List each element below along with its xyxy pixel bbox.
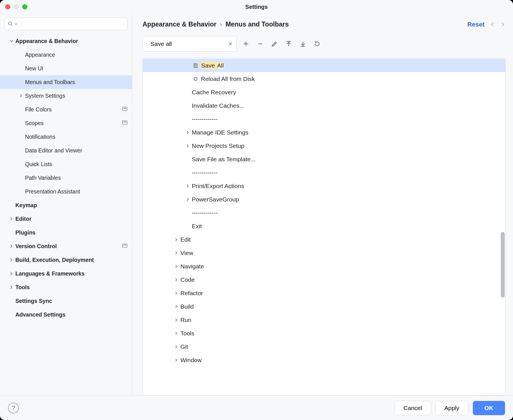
sidebar-item-advanced-settings[interactable]: Advanced Settings xyxy=(0,308,132,321)
chevron-right-icon xyxy=(17,93,25,98)
remove-action-button[interactable] xyxy=(255,39,265,49)
sidebar-item-system-settings[interactable]: System Settings xyxy=(0,89,132,103)
ok-button[interactable]: OK xyxy=(473,401,505,415)
sidebar-item-languages-frameworks[interactable]: Languages & Frameworks xyxy=(0,267,132,280)
tree-item-git[interactable]: Git xyxy=(143,340,505,353)
tree-item-tools[interactable]: Tools xyxy=(143,327,505,340)
tree-item-save-file-as-template[interactable]: Save File as Template... xyxy=(143,152,505,166)
move-up-button[interactable] xyxy=(284,39,294,49)
action-search-input[interactable] xyxy=(150,40,226,48)
sidebar-item-label: Advanced Settings xyxy=(15,311,128,318)
tree-item-manage-ide-settings[interactable]: Manage IDE Settings xyxy=(143,126,505,139)
project-scope-badge-icon xyxy=(122,106,128,113)
chevron-right-icon xyxy=(172,304,180,309)
svg-line-1 xyxy=(11,25,13,26)
sidebar-item-data-editor-and-viewer[interactable]: Data Editor and Viewer xyxy=(0,144,132,157)
sidebar-item-new-ui[interactable]: New UI xyxy=(0,62,132,75)
sidebar-item-quick-lists[interactable]: Quick Lists xyxy=(0,157,132,171)
back-arrow-icon[interactable] xyxy=(490,21,496,28)
sidebar-item-tools[interactable]: Tools xyxy=(0,280,132,294)
tree-item-label: Git xyxy=(180,343,188,350)
sidebar-item-label: Tools xyxy=(15,284,128,291)
action-search-box[interactable]: ✕ xyxy=(142,36,237,52)
sidebar-item-label: Scopes xyxy=(25,120,122,127)
minimize-window-button[interactable] xyxy=(14,4,19,9)
sidebar-item-file-colors[interactable]: File Colors xyxy=(0,103,132,116)
tree-separator[interactable]: ------------- xyxy=(143,206,505,219)
actions-tree[interactable]: Save AllReload All from DiskCache Recove… xyxy=(143,58,505,395)
sidebar-item-label: File Colors xyxy=(25,106,122,113)
tree-item-window[interactable]: Window xyxy=(143,353,505,367)
tree-item-label: PowerSaveGroup xyxy=(192,196,239,203)
chevron-right-icon xyxy=(172,344,180,349)
sidebar-nav-tree[interactable]: Appearance & BehaviorAppearanceNew UIMen… xyxy=(0,33,132,395)
tree-item-save-all[interactable]: Save All xyxy=(143,59,505,72)
tree-item-invalidate-caches[interactable]: Invalidate Caches... xyxy=(143,99,505,112)
sidebar-item-build-execution-deployment[interactable]: Build, Execution, Deployment xyxy=(0,253,132,267)
tree-item-label: Invalidate Caches... xyxy=(192,102,244,109)
sidebar-search-container xyxy=(0,14,132,33)
add-action-button[interactable] xyxy=(241,39,251,49)
sidebar-item-notifications[interactable]: Notifications xyxy=(0,130,132,144)
reset-link[interactable]: Reset xyxy=(467,21,484,28)
chevron-right-icon xyxy=(7,216,15,221)
tree-item-label: View xyxy=(180,250,193,256)
clear-search-icon[interactable]: ✕ xyxy=(228,40,233,47)
sidebar-search-box[interactable] xyxy=(5,18,127,30)
move-down-button[interactable] xyxy=(298,39,308,49)
sidebar-item-label: Quick Lists xyxy=(25,161,128,168)
tree-item-code[interactable]: Code xyxy=(143,273,505,286)
window-controls xyxy=(0,4,27,9)
svg-rect-4 xyxy=(123,121,127,124)
tree-separator[interactable]: ------------- xyxy=(143,166,505,179)
help-button[interactable]: ? xyxy=(8,403,19,413)
tree-item-exit[interactable]: Exit xyxy=(143,219,505,233)
tree-item-cache-recovery[interactable]: Cache Recovery xyxy=(143,85,505,99)
forward-arrow-icon[interactable] xyxy=(499,21,506,28)
chevron-right-icon xyxy=(184,130,192,135)
sidebar-item-scopes[interactable]: Scopes xyxy=(0,116,132,130)
edit-action-button[interactable] xyxy=(270,39,279,49)
chevron-right-icon xyxy=(7,244,15,249)
tree-item-build[interactable]: Build xyxy=(143,300,505,313)
dropdown-caret-icon xyxy=(15,23,17,25)
tree-item-label: Cache Recovery xyxy=(192,89,236,96)
apply-button[interactable]: Apply xyxy=(435,401,468,415)
scrollbar-thumb[interactable] xyxy=(501,232,505,297)
tree-item-refactor[interactable]: Refactor xyxy=(143,286,505,300)
tree-item-powersavegroup[interactable]: PowerSaveGroup xyxy=(143,193,505,206)
tree-item-print-export-actions[interactable]: Print/Export Actions xyxy=(143,179,505,193)
sidebar-item-version-control[interactable]: Version Control xyxy=(0,239,132,253)
sidebar-search-input[interactable] xyxy=(19,21,124,27)
sidebar-item-keymap[interactable]: Keymap xyxy=(0,198,132,212)
window-title: Settings xyxy=(0,4,513,10)
svg-rect-2 xyxy=(123,107,127,111)
sidebar-item-appearance[interactable]: Appearance xyxy=(0,48,132,62)
cancel-button[interactable]: Cancel xyxy=(395,401,431,415)
tree-item-view[interactable]: View xyxy=(143,246,505,260)
svg-rect-13 xyxy=(195,64,197,65)
tree-item-reload-all-from-disk[interactable]: Reload All from Disk xyxy=(143,72,505,85)
sidebar-item-menus-and-toolbars[interactable]: Menus and Toolbars xyxy=(0,75,132,89)
sidebar-item-settings-sync[interactable]: Settings Sync xyxy=(0,294,132,308)
project-scope-badge-icon xyxy=(122,120,128,127)
sidebar-item-plugins[interactable]: Plugins xyxy=(0,226,132,239)
tree-separator[interactable]: ------------- xyxy=(143,112,505,126)
revert-button[interactable] xyxy=(312,39,322,49)
svg-rect-14 xyxy=(195,66,197,67)
tree-item-label: Window xyxy=(180,357,202,364)
sidebar-item-label: Settings Sync xyxy=(15,298,128,304)
sidebar-item-appearance-behavior[interactable]: Appearance & Behavior xyxy=(0,34,132,48)
tree-item-run[interactable]: Run xyxy=(143,313,505,327)
tree-item-label: Reload All from Disk xyxy=(201,76,255,82)
tree-item-navigate[interactable]: Navigate xyxy=(143,260,505,273)
sidebar-item-presentation-assistant[interactable]: Presentation Assistant xyxy=(0,185,132,198)
chevron-right-icon xyxy=(7,285,15,290)
tree-item-edit[interactable]: Edit xyxy=(143,233,505,246)
tree-item-new-projects-setup[interactable]: New Projects Setup xyxy=(143,139,505,152)
close-window-button[interactable] xyxy=(5,4,10,9)
sidebar-item-label: Data Editor and Viewer xyxy=(25,147,128,154)
maximize-window-button[interactable] xyxy=(22,4,27,9)
sidebar-item-editor[interactable]: Editor xyxy=(0,212,132,226)
sidebar-item-path-variables[interactable]: Path Variables xyxy=(0,171,132,185)
